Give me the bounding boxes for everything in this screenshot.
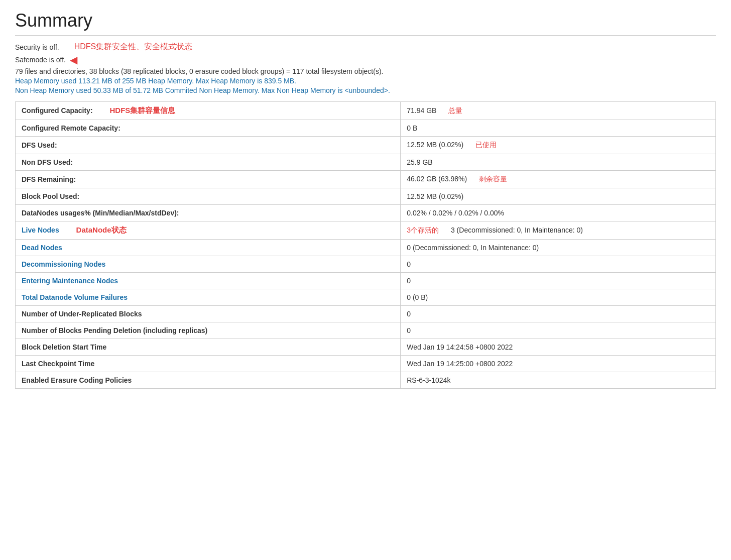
table-row: Entering Maintenance Nodes 0 — [16, 273, 716, 289]
configured-capacity-label: Configured Capacity: HDFS集群容量信息 — [16, 102, 401, 120]
table-row: Configured Capacity: HDFS集群容量信息 71.94 GB… — [16, 102, 716, 120]
erasure-coding-label: Enabled Erasure Coding Policies — [16, 372, 401, 389]
decommissioning-nodes-link[interactable]: Decommissioning Nodes — [22, 260, 105, 268]
configured-capacity-value: 71.94 GB 总量 — [401, 102, 716, 120]
live-nodes-link[interactable]: Live Nodes — [22, 226, 59, 234]
table-row: Dead Nodes 0 (Decommissioned: 0, In Main… — [16, 240, 716, 256]
arrow-icon: ◀ — [70, 54, 77, 66]
table-row: Block Deletion Start Time Wed Jan 19 14:… — [16, 339, 716, 356]
table-row: Live Nodes DataNode状态 3个存活的 3 (Decommiss… — [16, 221, 716, 240]
table-row: Number of Blocks Pending Deletion (inclu… — [16, 322, 716, 339]
block-pool-used-value: 12.52 MB (0.02%) — [401, 188, 716, 205]
under-replicated-value: 0 — [401, 306, 716, 322]
entering-maintenance-label[interactable]: Entering Maintenance Nodes — [16, 273, 401, 289]
security-status: Security is off. — [15, 43, 59, 51]
table-row: Block Pool Used: 12.52 MB (0.02%) — [16, 188, 716, 205]
safemode-status: Safemode is off. — [15, 56, 66, 64]
datanodes-usages-label: DataNodes usages% (Min/Median/Max/stdDev… — [16, 205, 401, 221]
dfs-remaining-value: 46.02 GB (63.98%) 剩余容量 — [401, 171, 716, 188]
capacity-annotation: HDFS集群容量信息 — [109, 106, 175, 115]
live-nodes-label[interactable]: Live Nodes DataNode状态 — [16, 221, 401, 240]
live-nodes-value: 3个存活的 3 (Decommissioned: 0, In Maintenan… — [401, 221, 716, 240]
non-dfs-used-value: 25.9 GB — [401, 154, 716, 171]
table-row: Number of Under-Replicated Blocks 0 — [16, 306, 716, 322]
live-count-annotation: 3个存活的 — [407, 226, 439, 234]
entering-maintenance-link[interactable]: Entering Maintenance Nodes — [22, 277, 118, 285]
table-row: Non DFS Used: 25.9 GB — [16, 154, 716, 171]
dfs-used-value: 12.52 MB (0.02%) 已使用 — [401, 137, 716, 154]
summary-table: Configured Capacity: HDFS集群容量信息 71.94 GB… — [15, 101, 716, 389]
dead-nodes-label[interactable]: Dead Nodes — [16, 240, 401, 256]
status-section: Security is off. HDFS集群安全性、安全模式状态 Safemo… — [15, 42, 716, 94]
decommissioning-nodes-value: 0 — [401, 256, 716, 273]
table-row: Last Checkpoint Time Wed Jan 19 14:25:00… — [16, 356, 716, 372]
heap-memory-info: Heap Memory used 113.21 MB of 255 MB Hea… — [15, 77, 716, 85]
table-row: Enabled Erasure Coding Policies RS-6-3-1… — [16, 372, 716, 389]
non-dfs-used-label: Non DFS Used: — [16, 154, 401, 171]
table-row: DFS Remaining: 46.02 GB (63.98%) 剩余容量 — [16, 171, 716, 188]
dfs-used-label: DFS Used: — [16, 137, 401, 154]
total-datanode-failures-value: 0 (0 B) — [401, 289, 716, 306]
block-deletion-start-label: Block Deletion Start Time — [16, 339, 401, 356]
page-title: Summary — [15, 10, 716, 36]
last-checkpoint-label: Last Checkpoint Time — [16, 356, 401, 372]
dfs-remaining-label: DFS Remaining: — [16, 171, 401, 188]
table-row: DataNodes usages% (Min/Median/Max/stdDev… — [16, 205, 716, 221]
under-replicated-label: Number of Under-Replicated Blocks — [16, 306, 401, 322]
total-datanode-failures-link[interactable]: Total Datanode Volume Failures — [22, 293, 128, 301]
security-annotation: HDFS集群安全性、安全模式状态 — [74, 42, 193, 52]
decommissioning-nodes-label[interactable]: Decommissioning Nodes — [16, 256, 401, 273]
total-datanode-failures-label[interactable]: Total Datanode Volume Failures — [16, 289, 401, 306]
configured-remote-capacity-value: 0 B — [401, 120, 716, 137]
blocks-pending-deletion-label: Number of Blocks Pending Deletion (inclu… — [16, 322, 401, 339]
block-deletion-start-value: Wed Jan 19 14:24:58 +0800 2022 — [401, 339, 716, 356]
configured-remote-capacity-label: Configured Remote Capacity: — [16, 120, 401, 137]
table-row: Decommissioning Nodes 0 — [16, 256, 716, 273]
datanode-annotation: DataNode状态 — [76, 226, 127, 234]
non-heap-memory-info: Non Heap Memory used 50.33 MB of 51.72 M… — [15, 86, 716, 94]
used-annotation: 已使用 — [475, 141, 497, 149]
dead-nodes-link[interactable]: Dead Nodes — [22, 244, 62, 252]
total-annotation: 总量 — [448, 106, 462, 115]
dead-nodes-value: 0 (Decommissioned: 0, In Maintenance: 0) — [401, 240, 716, 256]
datanodes-usages-value: 0.02% / 0.02% / 0.02% / 0.00% — [401, 205, 716, 221]
table-row: DFS Used: 12.52 MB (0.02%) 已使用 — [16, 137, 716, 154]
entering-maintenance-value: 0 — [401, 273, 716, 289]
table-row: Total Datanode Volume Failures 0 (0 B) — [16, 289, 716, 306]
filesystem-info: 79 files and directories, 38 blocks (38 … — [15, 67, 716, 75]
erasure-coding-value: RS-6-3-1024k — [401, 372, 716, 389]
table-row: Configured Remote Capacity: 0 B — [16, 120, 716, 137]
block-pool-used-label: Block Pool Used: — [16, 188, 401, 205]
blocks-pending-deletion-value: 0 — [401, 322, 716, 339]
remaining-annotation: 剩余容量 — [479, 175, 507, 183]
last-checkpoint-value: Wed Jan 19 14:25:00 +0800 2022 — [401, 356, 716, 372]
